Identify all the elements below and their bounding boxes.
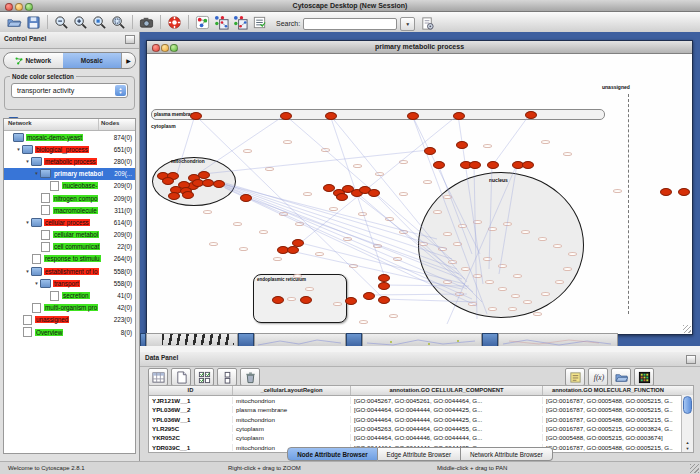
view-resize-grip[interactable] xyxy=(683,325,691,333)
network-node[interactable] xyxy=(198,171,210,179)
column-header[interactable]: _cellularLayoutRegion xyxy=(233,386,351,395)
import-folder-icon[interactable] xyxy=(611,368,631,386)
network-node[interactable] xyxy=(378,282,390,290)
network-node[interactable] xyxy=(300,296,312,304)
filter-list-icon[interactable] xyxy=(250,14,269,31)
network-node[interactable] xyxy=(678,188,690,196)
tree-row[interactable]: ▼primary metabol209(... xyxy=(4,168,135,180)
close-window-icon[interactable] xyxy=(5,3,13,11)
network-node[interactable] xyxy=(240,194,252,202)
network-view-window[interactable]: primary metabolic process plasma membran… xyxy=(146,40,693,335)
tree-column-network[interactable]: Network xyxy=(4,119,99,130)
tree-row[interactable]: cell communicat22(0) xyxy=(4,241,135,253)
annotation-icon[interactable] xyxy=(565,368,585,386)
snapshot-camera-icon[interactable] xyxy=(137,14,156,31)
column-header[interactable]: annotation.GO MOLECULAR_FUNCTION xyxy=(543,386,673,395)
network-node[interactable] xyxy=(363,292,375,300)
disclosure-triangle-icon[interactable]: ▼ xyxy=(15,147,22,152)
tree-row[interactable]: cellular metabol209(0) xyxy=(4,229,135,241)
title-bar[interactable]: Cytoscape Desktop (New Session) xyxy=(0,0,700,12)
network-node[interactable] xyxy=(424,147,436,155)
tree-row[interactable]: Overview8(0) xyxy=(4,326,135,338)
tree-row[interactable]: ▼biological_process651(0) xyxy=(4,143,135,155)
network-node[interactable] xyxy=(345,297,357,305)
unselect-attributes-icon[interactable] xyxy=(217,368,237,386)
network-node[interactable] xyxy=(522,161,534,169)
zoom-fit-icon[interactable] xyxy=(109,14,128,31)
new-attribute-icon[interactable] xyxy=(171,368,191,386)
network-node[interactable] xyxy=(525,111,537,119)
table-row[interactable]: YLR295Ccytoplasm[GO:0045263, GO:0044464,… xyxy=(149,424,693,433)
float-panel-icon[interactable] xyxy=(686,355,696,364)
tree-row[interactable]: nucleobase-209(0) xyxy=(4,180,135,192)
disclosure-triangle-icon[interactable]: ▼ xyxy=(24,269,31,274)
tree-row[interactable]: unassigned223(0) xyxy=(4,314,135,326)
tab-network-attribute-browser[interactable]: Network Attribute Browser xyxy=(461,447,553,461)
tab-node-attribute-browser[interactable]: Node Attribute Browser xyxy=(287,447,377,461)
table-row[interactable]: YPL036W__1mitochondrion[GO:0044464, GO:0… xyxy=(149,415,693,424)
tree-row[interactable]: multi-organism pro42(0) xyxy=(4,302,135,314)
layout-nodes-icon[interactable] xyxy=(212,14,231,31)
network-node[interactable] xyxy=(453,112,465,120)
minimize-window-icon[interactable] xyxy=(15,3,23,11)
tree-row[interactable]: macromolecule311(0) xyxy=(4,204,135,216)
zoom-window-icon[interactable] xyxy=(25,3,33,11)
help-lifesaver-icon[interactable] xyxy=(165,14,184,31)
tree-row[interactable]: secretion41(0) xyxy=(4,289,135,301)
network-node[interactable] xyxy=(407,112,419,120)
tree-row[interactable]: ▼metabolic process280(0) xyxy=(4,155,135,167)
search-input[interactable] xyxy=(303,18,397,30)
table-icon[interactable] xyxy=(148,368,168,386)
trash-icon[interactable] xyxy=(240,368,260,386)
tree-row[interactable]: response to stimulu264(0) xyxy=(4,253,135,265)
zoom-out-icon[interactable] xyxy=(52,14,71,31)
network-node[interactable] xyxy=(213,180,225,188)
network-node[interactable] xyxy=(336,193,348,201)
network-node[interactable] xyxy=(162,177,174,185)
table-row[interactable]: YPL036W__2plasma membrane[GO:0044464, GO… xyxy=(149,405,693,414)
scrollbar-thumb[interactable] xyxy=(683,396,692,414)
network-node[interactable] xyxy=(487,161,499,169)
network-node[interactable] xyxy=(280,112,292,120)
search-options-icon[interactable] xyxy=(418,15,437,32)
network-node[interactable] xyxy=(433,161,445,169)
network-node[interactable] xyxy=(168,192,180,200)
tree-column-nodes[interactable]: Nodes xyxy=(99,119,135,130)
close-view-icon[interactable] xyxy=(152,44,160,52)
network-node[interactable] xyxy=(660,188,672,196)
column-header[interactable]: annotation.GO CELLULAR_COMPONENT xyxy=(351,386,543,395)
zoom-selected-icon[interactable] xyxy=(90,14,109,31)
zoom-in-icon[interactable] xyxy=(71,14,90,31)
network-window-titlebar[interactable]: primary metabolic process xyxy=(147,41,692,54)
zoom-view-icon[interactable] xyxy=(170,44,178,52)
disclosure-triangle-icon[interactable]: ▼ xyxy=(33,171,40,176)
disclosure-triangle-icon[interactable]: ▼ xyxy=(24,220,31,225)
vizmapper-icon[interactable] xyxy=(193,14,212,31)
node-color-dropdown[interactable]: transporter activity ▲▼ xyxy=(11,83,128,98)
table-row[interactable]: YJR121W__1mitochondrion[GO:0045267, GO:0… xyxy=(149,396,693,405)
column-header[interactable]: ID xyxy=(149,386,233,395)
app-resize-grip[interactable] xyxy=(690,464,699,473)
network-node[interactable] xyxy=(378,296,390,304)
network-canvas[interactable]: plasma membrane cytoplasm mitochondrion … xyxy=(147,54,692,334)
layout-edges-icon[interactable] xyxy=(231,14,250,31)
tab-mosaic[interactable]: Mosaic xyxy=(63,53,122,68)
float-panel-icon[interactable] xyxy=(125,35,135,44)
network-node[interactable] xyxy=(272,296,284,304)
network-node[interactable] xyxy=(368,189,380,197)
network-node[interactable] xyxy=(182,191,194,199)
tree-row[interactable]: ▼establishment of lo558(0) xyxy=(4,265,135,277)
matrix-icon[interactable] xyxy=(634,368,654,386)
disclosure-triangle-icon[interactable]: ▼ xyxy=(33,281,40,286)
disclosure-triangle-icon[interactable]: ▼ xyxy=(24,159,31,164)
tree-row[interactable]: ▼cellular process614(0) xyxy=(4,216,135,228)
tab-overflow-arrow-icon[interactable]: ▶ xyxy=(121,53,135,68)
table-row[interactable]: YKR052Ccytoplasm[GO:0044464, GO:0044446,… xyxy=(149,433,693,442)
network-node[interactable] xyxy=(325,112,337,120)
save-icon[interactable] xyxy=(24,14,43,31)
tree-row[interactable]: mosaic-demo-yeast874(0) xyxy=(4,131,135,143)
network-node[interactable] xyxy=(378,274,390,282)
network-node[interactable] xyxy=(469,161,481,169)
network-node[interactable] xyxy=(190,112,202,120)
select-attributes-icon[interactable] xyxy=(194,368,214,386)
